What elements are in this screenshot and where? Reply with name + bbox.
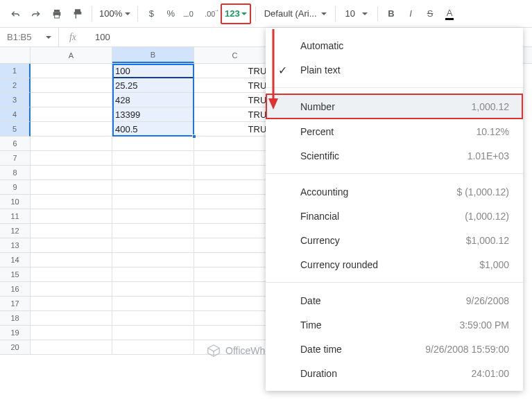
row-header[interactable]: 17 [0, 297, 31, 311]
row-header[interactable]: 7 [0, 151, 31, 166]
cell[interactable] [194, 253, 276, 267]
cell[interactable] [31, 340, 112, 355]
menu-item-number[interactable]: Number 1,000.12 [266, 94, 523, 119]
row-header[interactable]: 1 [0, 64, 31, 78]
cell[interactable] [112, 311, 194, 326]
font-select[interactable]: Default (Ari... [260, 8, 331, 19]
menu-item-automatic[interactable]: Automatic [266, 33, 523, 58]
row-header[interactable]: 5 [0, 122, 31, 137]
cell[interactable]: TRUE [194, 107, 276, 122]
bold-button[interactable]: B [382, 4, 400, 24]
row-header[interactable]: 6 [0, 137, 31, 151]
cell[interactable] [112, 151, 194, 166]
row-header[interactable]: 16 [0, 282, 31, 297]
menu-item-duration[interactable]: Duration 24:01:00 [266, 361, 523, 385]
cell[interactable] [112, 137, 194, 151]
menu-item-datetime[interactable]: Date time 9/26/2008 15:59:00 [266, 337, 523, 361]
cell[interactable] [31, 326, 112, 340]
selection-handle[interactable] [192, 134, 196, 139]
cell[interactable] [31, 209, 112, 224]
cell[interactable] [31, 93, 112, 107]
cell[interactable] [194, 267, 276, 282]
cell[interactable] [31, 267, 112, 282]
cell[interactable] [194, 238, 276, 253]
row-header[interactable]: 11 [0, 209, 31, 224]
menu-item-currency[interactable]: Currency $1,000.12 [266, 228, 523, 252]
cell[interactable] [112, 209, 194, 224]
cell[interactable] [31, 282, 112, 297]
row-header[interactable]: 2 [0, 78, 31, 93]
menu-item-accounting[interactable]: Accounting $ (1,000.12) [266, 179, 523, 204]
cell[interactable] [112, 326, 194, 340]
zoom-select[interactable]: 100% [96, 8, 133, 19]
menu-item-date[interactable]: Date 9/26/2008 [266, 288, 523, 313]
row-header[interactable]: 8 [0, 166, 31, 180]
italic-button[interactable]: I [402, 4, 420, 24]
cell[interactable] [194, 195, 276, 209]
cell[interactable] [31, 166, 112, 180]
cell[interactable] [31, 253, 112, 267]
currency-button[interactable]: $ [142, 4, 160, 24]
text-color-button[interactable]: A [440, 4, 458, 24]
cell[interactable] [31, 64, 112, 78]
cell[interactable] [112, 253, 194, 267]
cell[interactable] [112, 166, 194, 180]
formula-input[interactable]: 100 [87, 32, 110, 42]
cell[interactable] [194, 224, 276, 238]
decrease-decimal-button[interactable]: .0_ [181, 4, 199, 24]
cell[interactable] [194, 340, 276, 355]
col-header-c[interactable]: C [194, 47, 276, 63]
cell[interactable] [31, 180, 112, 195]
cell[interactable] [112, 282, 194, 297]
menu-item-scientific[interactable]: Scientific 1.01E+03 [266, 143, 523, 168]
cell[interactable]: TRUE [194, 93, 276, 107]
menu-item-percent[interactable]: Percent 10.12% [266, 119, 523, 143]
cell[interactable] [31, 78, 112, 93]
cell[interactable] [194, 137, 276, 151]
cell[interactable] [31, 195, 112, 209]
cell[interactable] [112, 267, 194, 282]
cell[interactable] [112, 340, 194, 355]
cell[interactable]: 25.25 [112, 78, 194, 93]
cell[interactable] [31, 297, 112, 311]
row-header[interactable]: 14 [0, 253, 31, 267]
col-header-a[interactable]: A [31, 47, 112, 63]
name-box[interactable]: B1:B5 [0, 28, 59, 46]
cell[interactable]: 428 [112, 93, 194, 107]
row-header[interactable]: 20 [0, 340, 31, 355]
cell[interactable]: 13399 [112, 107, 194, 122]
cell[interactable] [194, 326, 276, 340]
cell[interactable] [31, 122, 112, 137]
strikethrough-button[interactable]: S [421, 4, 439, 24]
print-button[interactable] [47, 4, 67, 24]
cell[interactable] [194, 209, 276, 224]
row-header[interactable]: 10 [0, 195, 31, 209]
font-size-select[interactable]: 10 [340, 8, 373, 19]
cell[interactable] [31, 151, 112, 166]
cell[interactable] [112, 195, 194, 209]
increase-decimal-button[interactable]: .00→ [200, 4, 219, 24]
cell[interactable] [31, 137, 112, 151]
row-header[interactable]: 13 [0, 238, 31, 253]
menu-item-time[interactable]: Time 3:59:00 PM [266, 313, 523, 337]
cell[interactable]: 400.5 [112, 122, 194, 137]
row-header[interactable]: 12 [0, 224, 31, 238]
row-header[interactable]: 4 [0, 107, 31, 122]
cell[interactable] [194, 282, 276, 297]
menu-item-plaintext[interactable]: ✓ Plain text [266, 58, 523, 82]
cell[interactable]: TRUE [194, 78, 276, 93]
cell[interactable] [194, 311, 276, 326]
cell[interactable]: TRUE [194, 64, 276, 78]
cell[interactable] [112, 238, 194, 253]
cell[interactable] [112, 297, 194, 311]
cell[interactable] [194, 166, 276, 180]
cell[interactable] [194, 180, 276, 195]
cell[interactable] [31, 107, 112, 122]
cell[interactable] [194, 151, 276, 166]
redo-button[interactable] [26, 4, 46, 24]
cell[interactable] [112, 224, 194, 238]
cell[interactable]: 100 [112, 64, 194, 78]
cell[interactable] [194, 297, 276, 311]
menu-item-financial[interactable]: Financial (1,000.12) [266, 204, 523, 228]
row-header[interactable]: 19 [0, 326, 31, 340]
